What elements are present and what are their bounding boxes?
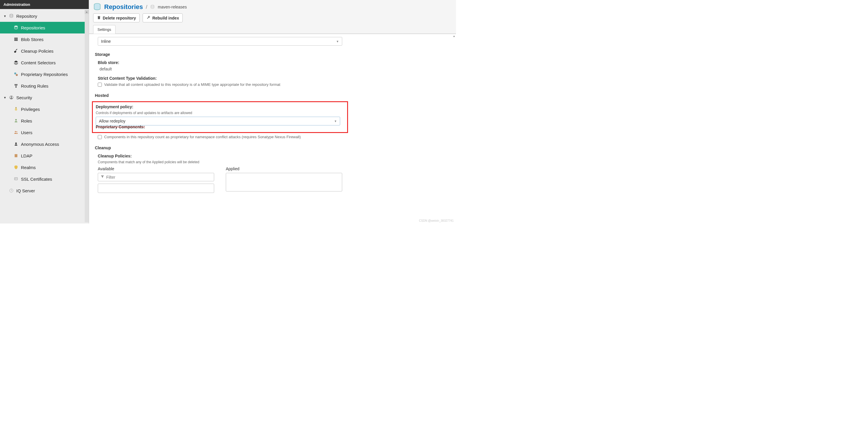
watermark: CSDN @weixin_38327741 — [419, 219, 454, 222]
sidebar-item-privileges[interactable]: Privileges — [0, 103, 89, 115]
svg-rect-9 — [16, 107, 17, 108]
chevron-down-icon: ▼ — [3, 96, 7, 99]
svg-point-14 — [15, 143, 17, 144]
sidebar-item-iq-server[interactable]: ▼ IQ Server — [0, 185, 89, 196]
svg-rect-15 — [14, 154, 17, 157]
sidebar-item-ldap[interactable]: LDAP — [0, 150, 89, 161]
breadcrumb-separator: / — [146, 4, 147, 10]
strict-validation-checkbox[interactable] — [98, 83, 102, 87]
sidebar-item-label: Anonymous Access — [21, 142, 59, 147]
sidebar-item-label: Repositories — [21, 25, 45, 30]
svg-rect-4 — [14, 40, 18, 41]
sidebar-item-label: IQ Server — [16, 188, 35, 193]
svg-point-1 — [14, 26, 18, 27]
sidebar-item-label: Blob Stores — [21, 37, 44, 42]
blob-store-value: default — [99, 67, 450, 71]
svg-point-5 — [14, 72, 16, 74]
svg-point-6 — [16, 74, 18, 76]
sidebar-item-cleanup-policies[interactable]: Cleanup Policies — [0, 45, 89, 57]
sidebar-item-repositories[interactable]: Repositories — [0, 22, 89, 33]
sidebar-item-blob-stores[interactable]: Blob Stores — [0, 33, 89, 45]
sidebar-item-label: Privileges — [21, 107, 40, 112]
available-list[interactable] — [98, 184, 214, 193]
sidebar-item-anonymous-access[interactable]: Anonymous Access — [0, 138, 89, 150]
chevron-down-icon: ▼ — [3, 14, 7, 18]
chevron-down-icon: ▼ — [336, 40, 339, 43]
sidebar-item-label: Cleanup Policies — [21, 49, 54, 54]
chevron-down-icon: ▼ — [334, 120, 337, 123]
delete-repository-button[interactable]: Delete repository — [93, 13, 140, 22]
sidebar-scrollbar[interactable]: ▲ — [85, 10, 89, 222]
section-hosted: Hosted — [95, 93, 450, 98]
deployment-policy-select[interactable]: Allow redeploy ▼ — [96, 117, 340, 125]
main-area: Repositories / maven-releases Delete rep… — [89, 0, 456, 223]
applied-list[interactable] — [226, 173, 342, 191]
strict-validation-label: Strict Content Type Validation: — [98, 76, 450, 81]
users-icon — [13, 130, 19, 135]
sidebar-item-label: SSL Certificates — [21, 177, 52, 182]
applied-title: Applied — [226, 166, 342, 171]
cleanup-policies-help: Components that match any of the Applied… — [98, 160, 450, 164]
svg-rect-3 — [14, 39, 18, 40]
proprietary-checkbox-row[interactable]: Components in this repository count as p… — [98, 135, 450, 139]
sidebar-item-users[interactable]: Users — [0, 127, 89, 138]
database-icon — [13, 25, 19, 30]
tabs: Settings — [93, 25, 452, 33]
security-icon — [9, 95, 14, 100]
sidebar-item-content-selectors[interactable]: Content Selectors — [0, 57, 89, 68]
available-column: Available — [98, 166, 214, 193]
applied-column: Applied — [226, 166, 342, 193]
available-title: Available — [98, 166, 214, 171]
sidebar-item-ssl-certificates[interactable]: SSL Certificates — [0, 173, 89, 185]
main-header: Repositories / maven-releases Delete rep… — [89, 0, 456, 34]
layers-icon — [13, 60, 19, 65]
svg-point-12 — [15, 131, 16, 132]
sidebar-item-label: LDAP — [21, 153, 32, 158]
role-icon — [13, 118, 19, 123]
svg-point-10 — [15, 108, 17, 111]
scroll-up-arrow[interactable]: ▲ — [85, 10, 89, 14]
form-area: Inline ▼ Storage Blob store: default Str… — [89, 34, 456, 223]
breadcrumb-title[interactable]: Repositories — [104, 3, 143, 11]
sidebar-item-realms[interactable]: Realms — [0, 161, 89, 173]
filter-icon — [100, 175, 104, 180]
certificate-icon — [13, 176, 19, 182]
sidebar-item-label: Roles — [21, 118, 32, 123]
book-icon — [13, 153, 19, 158]
shield-icon — [13, 165, 19, 170]
sidebar: Administration ▼ Repository Repositories — [0, 0, 89, 223]
svg-point-0 — [10, 14, 13, 15]
sidebar-item-routing-rules[interactable]: Routing Rules — [0, 80, 89, 92]
available-filter[interactable] — [98, 173, 214, 181]
svg-point-11 — [15, 119, 17, 121]
sidebar-item-roles[interactable]: Roles — [0, 115, 89, 127]
content-disposition-select[interactable]: Inline ▼ — [98, 37, 342, 46]
sidebar-item-proprietary-repositories[interactable]: Proprietary Repositories — [0, 68, 89, 80]
iq-icon — [9, 188, 14, 193]
blob-store-label: Blob store: — [98, 60, 450, 65]
cleanup-policies-label: Cleanup Policies: — [98, 154, 450, 158]
sidebar-item-label: Proprietary Repositories — [21, 72, 68, 77]
svg-rect-16 — [14, 178, 18, 180]
svg-point-13 — [16, 131, 17, 132]
user-icon — [13, 142, 19, 147]
strict-validation-checkbox-row[interactable]: Validate that all content uploaded to th… — [98, 82, 450, 87]
proprietary-checkbox[interactable] — [98, 135, 102, 139]
sidebar-item-label: Users — [21, 130, 32, 135]
tab-settings[interactable]: Settings — [93, 25, 116, 34]
broom-icon — [13, 48, 19, 54]
rebuild-index-button[interactable]: Rebuild index — [143, 13, 183, 22]
proprietary-icon — [13, 71, 19, 77]
sidebar-group-security[interactable]: ▼ Security — [0, 92, 89, 103]
database-icon — [93, 3, 101, 11]
medal-icon — [13, 106, 19, 112]
breadcrumb-current: maven-releases — [158, 5, 187, 9]
sidebar-group-repository[interactable]: ▼ Repository — [0, 10, 89, 22]
breadcrumb: Repositories / maven-releases — [93, 2, 452, 13]
scroll-up-arrow[interactable]: ▲ — [453, 35, 455, 37]
database-icon — [9, 13, 14, 19]
sidebar-header: Administration — [0, 0, 89, 9]
section-cleanup: Cleanup — [95, 146, 450, 150]
available-filter-input[interactable] — [106, 175, 212, 180]
server-icon — [13, 37, 19, 42]
